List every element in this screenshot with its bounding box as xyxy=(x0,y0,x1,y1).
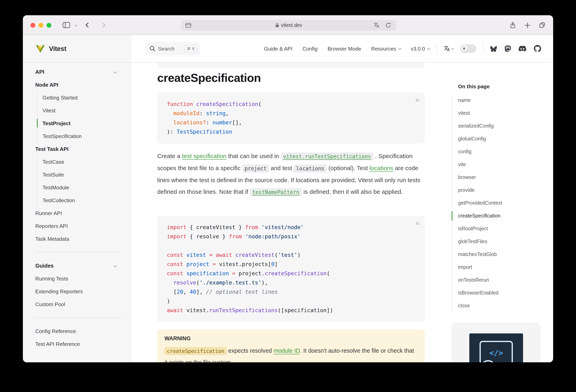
previous-code-block-partial xyxy=(157,62,425,68)
outline-item-vite[interactable]: vite xyxy=(458,158,536,171)
chevron-down-icon xyxy=(114,70,117,74)
search-icon xyxy=(150,46,155,51)
outline-item-vitest[interactable]: vitest xyxy=(458,107,536,120)
outline-item-globalconfig[interactable]: globalConfig xyxy=(458,132,536,145)
sidebar-subgroup: TestCaseTestSuiteTestModuleTestCollectio… xyxy=(37,155,122,207)
outline-item-isrootproject[interactable]: isRootProject xyxy=(458,222,536,235)
outline-item-browser[interactable]: browser xyxy=(458,171,536,184)
code-block-example: ts import { createVitest } from 'vitest/… xyxy=(157,215,425,322)
sidebar-item-task-metadata[interactable]: Task Metadata xyxy=(35,232,122,245)
outline-item-getprovidedcontext[interactable]: getProvidedContext xyxy=(458,197,536,210)
text-run: Create a xyxy=(157,152,182,159)
sidebar-panel-icon xyxy=(62,22,70,29)
sidebar-item-getting-started[interactable]: Getting Started xyxy=(43,91,122,104)
outline-item-ontestsrerun[interactable]: onTestsRerun xyxy=(458,274,536,286)
outline-item-serializedconfig[interactable]: serializedConfig xyxy=(458,120,536,132)
sidebar-item-testmodule[interactable]: TestModule xyxy=(43,181,122,194)
nav-link-label: Browser Mode xyxy=(327,46,361,52)
nav-link-v3-0-0[interactable]: v3.0.0 xyxy=(411,46,430,52)
warning-text: createSpecification expects resolved mod… xyxy=(165,345,418,362)
bluesky-icon[interactable] xyxy=(490,46,497,52)
minimize-window-button[interactable] xyxy=(38,23,43,28)
link[interactable]: locations xyxy=(370,164,393,171)
warning-title: WARNING xyxy=(165,335,418,341)
outline-item-provide[interactable]: provide xyxy=(458,184,536,197)
sidebar-item-testsuite[interactable]: TestSuite xyxy=(43,168,122,181)
docs-main: Search ⌘ K Guide & APIConfigBrowser Mode… xyxy=(132,35,553,362)
nav-link-resources[interactable]: Resources xyxy=(371,46,401,52)
outline-item-createspecification[interactable]: createSpecification xyxy=(458,210,536,222)
sidebar-toggle-button[interactable] xyxy=(62,15,71,35)
sidebar-menu-chevron[interactable] xyxy=(73,15,78,35)
discord-icon[interactable] xyxy=(519,46,526,52)
svg-text:</>: </> xyxy=(489,348,503,357)
tab-overview-button[interactable] xyxy=(539,22,546,29)
theme-toggle[interactable] xyxy=(460,45,476,53)
link[interactable]: vitest.runTestSpecifications xyxy=(281,152,373,160)
nav-link-label: Resources xyxy=(371,46,396,52)
outline-item-config[interactable]: config xyxy=(458,145,536,158)
sidebar-item-testproject[interactable]: TestProject xyxy=(43,117,122,130)
back-button[interactable] xyxy=(85,15,91,35)
sidebar-item-reporters-api[interactable]: Reporters API xyxy=(35,219,122,232)
page-icon[interactable] xyxy=(185,20,191,30)
address-bar[interactable]: vitest.dev xyxy=(181,20,396,30)
close-window-button[interactable] xyxy=(30,23,35,28)
sidebar-item-custom-pool[interactable]: Custom Pool xyxy=(35,298,122,311)
description-paragraph: Create a test specification that can be … xyxy=(157,150,428,198)
code-lang-label: ts xyxy=(416,95,419,105)
sidebar-item-test-task-api[interactable]: Test Task API xyxy=(35,142,122,155)
reload-button[interactable] xyxy=(385,20,391,30)
github-icon[interactable] xyxy=(534,45,541,52)
language-menu[interactable] xyxy=(444,45,454,52)
sidebar-section-guides[interactable]: Guides xyxy=(35,259,122,272)
outline-item-import[interactable]: import xyxy=(458,261,536,274)
nav-link-guide-api[interactable]: Guide & API xyxy=(264,46,292,52)
site-logo[interactable]: Vitest xyxy=(23,35,132,62)
outline-item-matchestestglob[interactable]: matchesTestGlob xyxy=(458,248,536,261)
link[interactable]: module ID xyxy=(274,347,300,354)
mastodon-icon[interactable] xyxy=(505,45,511,52)
sidebar-item-extending-reporters[interactable]: Extending Reporters xyxy=(35,285,122,298)
link[interactable]: test specification xyxy=(182,152,227,159)
sidebar-section-label: API xyxy=(35,69,44,75)
sidebar-item-testcase[interactable]: TestCase xyxy=(43,155,122,168)
link[interactable]: testNamePattern xyxy=(250,188,302,196)
sidebar-divider xyxy=(35,252,122,252)
sidebar-item-runner-api[interactable]: Runner API xyxy=(35,207,122,219)
nav-link-config[interactable]: Config xyxy=(302,46,317,52)
inline-code: createSpecification xyxy=(165,347,227,355)
sidebar-item-testcollection[interactable]: TestCollection xyxy=(43,194,122,207)
inline-code: project xyxy=(242,164,269,172)
sidebar-section-api[interactable]: API xyxy=(35,65,122,78)
outline-item-globtestfiles[interactable]: globTestFiles xyxy=(458,235,536,248)
translate-icon[interactable] xyxy=(374,20,379,30)
browser-titlebar: vitest.dev xyxy=(23,15,553,35)
ad-graphic-monitor-icon: </> xyxy=(475,338,517,362)
share-button[interactable] xyxy=(509,22,516,29)
top-nav: Search ⌘ K Guide & APIConfigBrowser Mode… xyxy=(132,35,553,62)
social-links xyxy=(490,45,541,52)
sponsor-ad[interactable]: </> xyxy=(452,323,541,362)
outline-item-name[interactable]: name xyxy=(458,94,536,107)
sidebar-item-config-reference[interactable]: Config Reference xyxy=(35,325,122,337)
sidebar-item-running-tests[interactable]: Running Tests xyxy=(35,272,122,285)
nav-divider xyxy=(483,44,483,53)
sidebar-item-testspecification[interactable]: TestSpecification xyxy=(43,130,122,142)
sidebar-item-test-api-reference[interactable]: Test API Reference xyxy=(35,337,122,350)
lock-icon xyxy=(275,23,279,28)
search-button[interactable]: Search ⌘ K xyxy=(145,42,200,55)
forward-button[interactable] xyxy=(100,15,106,35)
sidebar-item-node-api[interactable]: Node API xyxy=(35,78,122,91)
outline-item-close[interactable]: close xyxy=(458,299,536,312)
code-line: const specification = project.createSpec… xyxy=(167,269,415,278)
outline-track xyxy=(452,95,452,311)
zoom-window-button[interactable] xyxy=(47,23,51,28)
nav-link-browser-mode[interactable]: Browser Mode xyxy=(327,46,361,52)
page-content: createSpecification ts function createSp… xyxy=(132,62,553,362)
chevron-left-icon xyxy=(85,23,90,28)
outline-item-isbrowserenabled[interactable]: isBrowserEnabled xyxy=(458,286,536,299)
nav-menu: Guide & APIConfigBrowser ModeResourcesv3… xyxy=(264,46,430,52)
new-tab-button[interactable] xyxy=(524,22,531,28)
sidebar-item-vitest[interactable]: Vitest xyxy=(43,104,122,117)
